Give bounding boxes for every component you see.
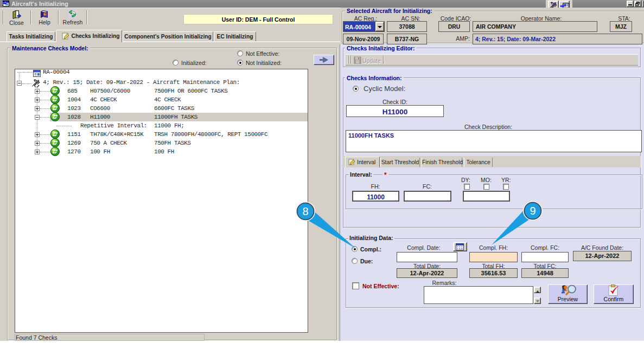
svg-text:?: ?	[44, 12, 47, 17]
svg-text:8: 8	[302, 205, 308, 217]
svg-text:9: 9	[530, 205, 535, 217]
